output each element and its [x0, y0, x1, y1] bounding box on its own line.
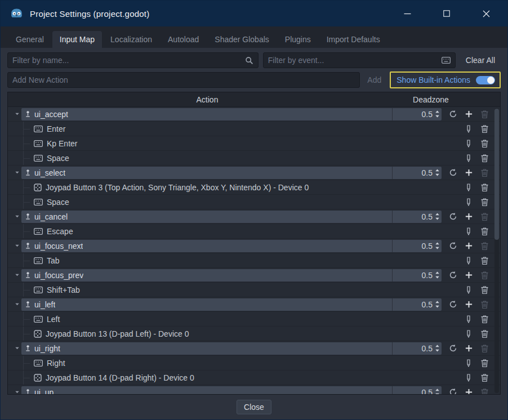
- dialog-close-button[interactable]: Close: [237, 400, 271, 414]
- tab-autoload[interactable]: Autoload: [161, 31, 206, 48]
- add-event-button[interactable]: [461, 297, 476, 312]
- remove-event-button[interactable]: [476, 195, 492, 209]
- remove-event-button[interactable]: [476, 180, 492, 195]
- deadzone-spinbox[interactable]: 0.5: [392, 342, 442, 355]
- edit-event-button[interactable]: [461, 122, 476, 136]
- collapse-arrow-icon[interactable]: [12, 301, 21, 307]
- remove-event-button[interactable]: [476, 224, 492, 239]
- collapse-arrow-icon[interactable]: [12, 243, 21, 249]
- event-row[interactable]: Space: [8, 195, 500, 209]
- edit-event-button[interactable]: [461, 195, 476, 209]
- event-row[interactable]: Space: [8, 151, 500, 166]
- action-name-field[interactable]: ui_cancel0.5: [21, 211, 442, 223]
- event-row[interactable]: Right: [8, 356, 500, 370]
- minimize-button[interactable]: [395, 1, 420, 26]
- event-row[interactable]: Enter: [8, 122, 500, 136]
- remove-event-button[interactable]: [476, 356, 492, 370]
- deadzone-spinbox[interactable]: 0.5: [392, 211, 442, 223]
- edit-event-button[interactable]: [461, 327, 476, 341]
- deadzone-spinbox[interactable]: 0.5: [392, 240, 442, 252]
- action-name-field[interactable]: ui_focus_prev0.5: [21, 269, 442, 282]
- remove-event-button[interactable]: [476, 151, 492, 166]
- tab-localization[interactable]: Localization: [103, 31, 159, 48]
- add-event-button[interactable]: [461, 166, 476, 180]
- action-row[interactable]: ui_right0.5: [8, 341, 500, 356]
- event-row[interactable]: Tab: [8, 253, 500, 268]
- action-row[interactable]: ui_cancel0.5: [8, 209, 500, 224]
- remove-event-button[interactable]: [476, 370, 492, 385]
- action-row[interactable]: ui_select0.5: [8, 166, 500, 180]
- edit-event-button[interactable]: [461, 180, 476, 195]
- add-event-button[interactable]: [461, 268, 476, 283]
- revert-action-button[interactable]: [445, 268, 461, 283]
- edit-event-button[interactable]: [461, 356, 476, 370]
- event-row[interactable]: Joypad Button 14 (D-pad Right) - Device …: [8, 370, 500, 385]
- add-event-button[interactable]: [461, 209, 476, 224]
- filter-by-event-input[interactable]: Filter by event...: [263, 52, 456, 68]
- event-row[interactable]: Escape: [8, 224, 500, 239]
- show-builtin-actions-toggle[interactable]: [476, 76, 495, 84]
- remove-event-button[interactable]: [476, 122, 492, 136]
- revert-action-button[interactable]: [445, 341, 461, 356]
- scrollbar-thumb[interactable]: [494, 109, 499, 240]
- tab-plugins[interactable]: Plugins: [278, 31, 318, 48]
- tab-general[interactable]: General: [8, 31, 51, 48]
- collapse-arrow-icon[interactable]: [12, 345, 21, 351]
- add-new-action-input[interactable]: Add New Action: [7, 72, 360, 88]
- action-name-field[interactable]: ui_left0.5: [21, 298, 442, 311]
- remove-event-button[interactable]: [476, 327, 492, 341]
- remove-event-button[interactable]: [476, 312, 492, 327]
- edit-event-button[interactable]: [461, 312, 476, 327]
- action-row[interactable]: ui_accept0.5: [8, 107, 500, 122]
- collapse-arrow-icon[interactable]: [12, 169, 21, 176]
- filter-by-name-input[interactable]: Filter by name...: [7, 52, 259, 68]
- action-row[interactable]: ui_focus_prev0.5: [8, 268, 500, 283]
- edit-event-button[interactable]: [461, 253, 476, 268]
- action-name-field[interactable]: ui_select0.5: [21, 167, 442, 179]
- revert-action-button[interactable]: [445, 239, 461, 253]
- collapse-arrow-icon[interactable]: [12, 213, 21, 220]
- event-row[interactable]: Kp Enter: [8, 136, 500, 151]
- event-row[interactable]: Left: [8, 312, 500, 327]
- edit-event-button[interactable]: [461, 224, 476, 239]
- action-row[interactable]: ui_left0.5: [8, 297, 500, 312]
- edit-event-button[interactable]: [461, 283, 476, 297]
- add-event-button[interactable]: [461, 385, 476, 395]
- action-row[interactable]: ui_focus_next0.5: [8, 239, 500, 253]
- event-row[interactable]: Shift+Tab: [8, 283, 500, 297]
- deadzone-spinbox[interactable]: 0.5: [392, 269, 442, 282]
- revert-action-button[interactable]: [445, 107, 461, 122]
- action-name-field[interactable]: ui_up0.5: [21, 386, 442, 395]
- close-button[interactable]: [474, 1, 498, 26]
- collapse-arrow-icon[interactable]: [12, 272, 21, 278]
- add-event-button[interactable]: [461, 341, 476, 356]
- action-name-field[interactable]: ui_accept0.5: [21, 108, 442, 120]
- add-event-button[interactable]: [461, 107, 476, 122]
- tab-input-map[interactable]: Input Map: [52, 31, 102, 48]
- edit-event-button[interactable]: [461, 151, 476, 166]
- revert-action-button[interactable]: [445, 209, 461, 224]
- action-row[interactable]: ui_up0.5: [8, 385, 500, 394]
- clear-all-button[interactable]: Clear All: [460, 52, 501, 68]
- deadzone-spinbox[interactable]: 0.5: [392, 108, 442, 120]
- revert-action-button[interactable]: [445, 385, 461, 395]
- remove-event-button[interactable]: [476, 253, 492, 268]
- collapse-arrow-icon[interactable]: [12, 111, 21, 117]
- event-row[interactable]: Joypad Button 13 (D-pad Left) - Device 0: [8, 327, 500, 341]
- tab-import-defaults[interactable]: Import Defaults: [319, 31, 387, 48]
- collapse-arrow-icon[interactable]: [12, 389, 21, 394]
- action-name-field[interactable]: ui_focus_next0.5: [21, 240, 442, 252]
- remove-event-button[interactable]: [476, 136, 492, 151]
- deadzone-spinbox[interactable]: 0.5: [392, 386, 442, 395]
- edit-event-button[interactable]: [461, 370, 476, 385]
- maximize-button[interactable]: [434, 1, 459, 26]
- add-event-button[interactable]: [461, 239, 476, 253]
- remove-event-button[interactable]: [476, 283, 492, 297]
- action-name-field[interactable]: ui_right0.5: [21, 342, 442, 355]
- revert-action-button[interactable]: [445, 297, 461, 312]
- tab-shader-globals[interactable]: Shader Globals: [207, 31, 277, 48]
- event-row[interactable]: Joypad Button 3 (Top Action, Sony Triang…: [8, 180, 500, 195]
- revert-action-button[interactable]: [445, 166, 461, 180]
- scrollbar[interactable]: [494, 108, 499, 393]
- deadzone-spinbox[interactable]: 0.5: [392, 167, 442, 179]
